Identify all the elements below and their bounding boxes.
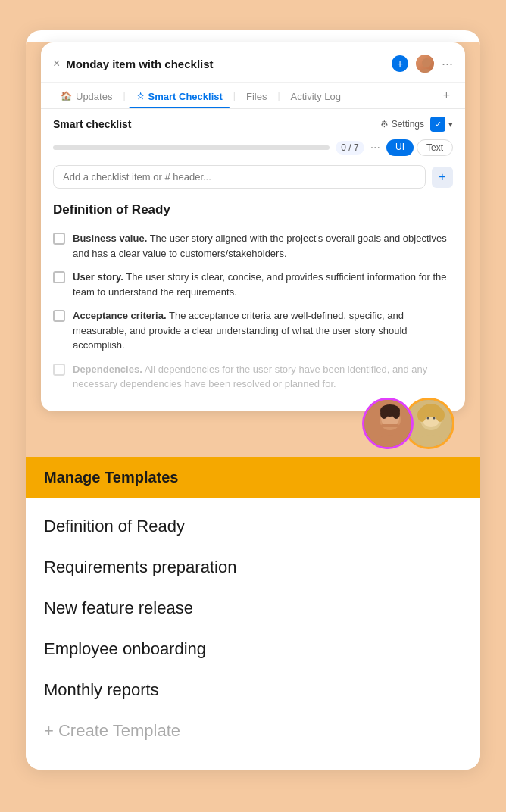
more-options-icon[interactable]: ··· (442, 56, 453, 72)
tab-activity-log[interactable]: Activity Log (283, 83, 348, 108)
home-icon: 🏠 (61, 91, 72, 102)
tab-updates[interactable]: 🏠 Updates (53, 83, 120, 108)
manage-templates-bar: Manage Templates (26, 457, 480, 498)
tab-divider-3: | (277, 90, 280, 101)
settings-button[interactable]: ⚙ Settings (380, 119, 424, 130)
avatar (414, 53, 436, 74)
template-item-3[interactable]: New feature release (44, 588, 462, 629)
check-icon: ✓ (430, 117, 445, 132)
svg-point-18 (433, 417, 436, 419)
checklist-title: Smart checklist (53, 118, 132, 130)
checkbox-3[interactable] (53, 310, 65, 322)
templates-list: Definition of Ready Requirements prepara… (26, 498, 480, 770)
tabs-row: 🏠 Updates | ☆ Smart Checklist | Files | … (41, 83, 465, 109)
tab-divider-2: | (233, 90, 236, 101)
item-text-4: Dependencies. All dependencies for the u… (73, 362, 453, 392)
gear-icon: ⚙ (380, 119, 389, 130)
checklist-item: Business value. The user story aligned w… (53, 226, 453, 265)
progress-count: 0 / 7 (336, 141, 364, 155)
view-toggle[interactable]: ✓ ▾ (430, 117, 453, 132)
checklist-item: Acceptance criteria. The acceptance crit… (53, 304, 453, 358)
svg-point-8 (380, 408, 388, 419)
checkbox-4[interactable] (53, 364, 65, 376)
svg-point-15 (417, 408, 426, 422)
template-item-2[interactable]: Requirements preparation (44, 547, 462, 588)
person-avatar-man (362, 398, 414, 449)
item-text-2: User story. The user story is clear, con… (73, 270, 453, 299)
checklist-item-faded: Dependencies. All dependencies for the u… (53, 358, 453, 396)
tab-smart-checklist[interactable]: ☆ Smart Checklist (129, 83, 230, 108)
tab-files[interactable]: Files (239, 83, 274, 108)
create-template-label: + Create Template (44, 721, 180, 741)
svg-point-0 (422, 58, 431, 67)
pill-ui[interactable]: UI (386, 139, 414, 156)
manage-templates-label: Manage Templates (44, 469, 178, 486)
modal-title: Monday item with checklist (66, 58, 213, 70)
svg-point-17 (427, 417, 429, 419)
template-item-5[interactable]: Monthly reports (44, 670, 462, 710)
item-text-1: Business value. The user story aligned w… (73, 231, 453, 261)
pill-text[interactable]: Text (417, 139, 453, 156)
svg-point-16 (436, 408, 445, 422)
add-tab-icon[interactable]: + (440, 83, 453, 108)
add-item-button[interactable]: + (432, 167, 453, 188)
checklist-item: User story. The user story is clear, con… (53, 265, 453, 304)
svg-point-9 (392, 408, 400, 419)
svg-point-1 (419, 69, 434, 74)
tab-divider: | (123, 90, 125, 101)
progress-more-icon[interactable]: ··· (370, 141, 380, 155)
add-item-input[interactable] (53, 165, 426, 189)
close-icon[interactable]: × (53, 57, 60, 70)
create-template-button[interactable]: + Create Template (44, 710, 462, 751)
section-header: Definition of Ready (53, 199, 453, 226)
progress-bar (53, 145, 330, 150)
chevron-down-icon: ▾ (448, 120, 453, 130)
template-item-4[interactable]: Employee onboarding (44, 629, 462, 670)
star-icon: ☆ (136, 91, 145, 102)
checkbox-1[interactable] (53, 233, 65, 245)
add-person-icon[interactable]: + (392, 55, 408, 72)
checkbox-2[interactable] (53, 271, 65, 283)
svg-rect-6 (381, 424, 399, 427)
template-item-1[interactable]: Definition of Ready (44, 506, 462, 547)
item-text-3: Acceptance criteria. The acceptance crit… (73, 308, 453, 353)
